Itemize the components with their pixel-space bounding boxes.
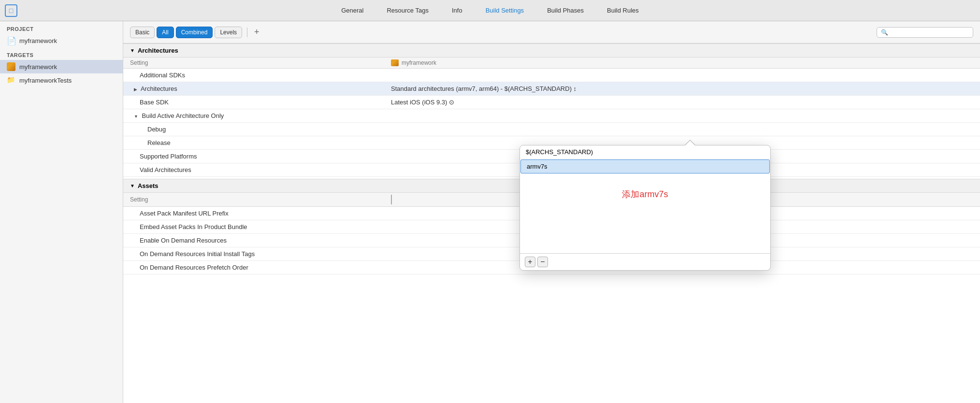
popup-empty-space [520, 215, 770, 253]
setting-name-additional-sdks: Additional SDKs [130, 72, 391, 79]
table-row[interactable]: Base SDK Latest iOS (iOS 9.3) ⊙ [123, 96, 980, 109]
target2-icon: 📁 [7, 76, 15, 85]
add-filter-button[interactable]: + [252, 27, 261, 37]
architectures-chevron[interactable]: ▼ [130, 48, 135, 53]
basic-button[interactable]: Basic [130, 27, 155, 38]
search-input[interactable] [890, 29, 969, 36]
popup-add-button[interactable]: + [525, 257, 535, 267]
top-navigation: □ General Resource Tags Info Build Setti… [0, 0, 980, 21]
popup-item-armv7s[interactable]: armv7s [520, 159, 770, 173]
architectures-expand-icon[interactable]: ▶ [134, 87, 137, 92]
setting-name-debug: Debug [130, 126, 391, 133]
assets-chevron[interactable]: ▼ [130, 183, 135, 188]
nav-resource-tags[interactable]: Resource Tags [385, 4, 430, 17]
nav-build-settings[interactable]: Build Settings [484, 4, 526, 17]
table-row[interactable]: ▶ Architectures Standard architectures (… [123, 82, 980, 96]
content-area: Basic All Combined Levels + 🔍 ▼ Architec… [123, 21, 980, 403]
levels-button[interactable]: Levels [215, 27, 242, 38]
assets-col-header-setting: Setting [130, 196, 391, 203]
assets-title: Assets [138, 182, 159, 189]
popup-footer: + − [520, 253, 770, 270]
setting-value-base-sdk: Latest iOS (iOS 9.3) ⊙ [391, 99, 973, 106]
setting-name-prefetch-order: On Demand Resources Prefetch Order [130, 264, 391, 271]
toolbar-separator [247, 28, 247, 37]
sidebar-item-target1[interactable]: myframework [0, 60, 123, 73]
col-header-framework-label: myframework [402, 59, 436, 66]
architectures-popup: $(ARCHS_STANDARD) armv7s 添加armv7s + − [519, 145, 771, 271]
popup-remove-button[interactable]: − [537, 257, 548, 267]
search-box: 🔍 [877, 27, 973, 38]
setting-name-build-active-arch: ▼ Build Active Architecture Only [130, 112, 391, 119]
table-row[interactable]: Additional SDKs [123, 69, 980, 82]
project-section-header: PROJECT [0, 21, 123, 34]
nav-build-phases[interactable]: Build Phases [545, 4, 586, 17]
combined-button[interactable]: Combined [176, 27, 213, 38]
targets-section-header: TARGETS [0, 47, 123, 60]
setting-name-release: Release [130, 139, 391, 146]
popup-add-armv7s[interactable]: 添加armv7s [520, 174, 770, 215]
project-item-label: myframework [19, 37, 57, 44]
architectures-section-header: ▼ Architectures [123, 43, 980, 58]
setting-name-asset-manifest: Asset Pack Manifest URL Prefix [130, 210, 391, 217]
target1-label: myframework [19, 63, 57, 71]
column-header-row: Setting myframework [123, 58, 980, 69]
assets-col-divider [391, 195, 395, 204]
settings-table: ▼ Architectures Setting myframework Addi… [123, 43, 980, 403]
popup-item-archs-standard[interactable]: $(ARCHS_STANDARD) [520, 145, 770, 159]
nav-info[interactable]: Info [450, 4, 464, 17]
col-header-value: myframework [391, 59, 973, 66]
setting-name-on-demand-resources: Enable On Demand Resources [130, 237, 391, 244]
popup-list: $(ARCHS_STANDARD) armv7s 添加armv7s [520, 145, 770, 253]
setting-value-architectures: Standard architectures (armv7, arm64) - … [391, 85, 973, 92]
setting-name-valid-architectures: Valid Architectures [130, 166, 391, 173]
toolbar: Basic All Combined Levels + 🔍 [123, 21, 980, 43]
col-header-framework-icon [391, 59, 399, 66]
nav-build-rules[interactable]: Build Rules [605, 4, 641, 17]
setting-name-initial-install-tags: On Demand Resources Initial Install Tags [130, 250, 391, 258]
sidebar-item-target2[interactable]: 📁 myframeworkTests [0, 73, 123, 87]
table-row[interactable]: Debug [123, 123, 980, 136]
all-button[interactable]: All [157, 27, 173, 38]
build-active-arch-expand-icon[interactable]: ▼ [134, 114, 138, 119]
target2-label: myframeworkTests [19, 77, 72, 84]
table-row[interactable]: ▼ Build Active Architecture Only [123, 109, 980, 123]
project-file-icon: 📄 [7, 36, 15, 45]
target1-icon [7, 62, 15, 71]
sidebar-item-project[interactable]: 📄 myframework [0, 34, 123, 47]
architectures-title: Architectures [138, 47, 178, 54]
search-icon: 🔍 [881, 29, 888, 36]
setting-name-embed-asset-packs: Embed Asset Packs In Product Bundle [130, 223, 391, 230]
setting-name-base-sdk: Base SDK [130, 99, 391, 106]
popup-connector [684, 140, 696, 145]
nav-general[interactable]: General [339, 4, 365, 17]
col-header-setting: Setting [130, 59, 391, 66]
setting-name-architectures: ▶ Architectures [130, 85, 391, 92]
setting-name-supported-platforms: Supported Platforms [130, 153, 391, 160]
main-layout: PROJECT 📄 myframework TARGETS myframewor… [0, 21, 980, 403]
sidebar: PROJECT 📄 myframework TARGETS myframewor… [0, 21, 123, 403]
app-logo: □ [5, 4, 17, 17]
